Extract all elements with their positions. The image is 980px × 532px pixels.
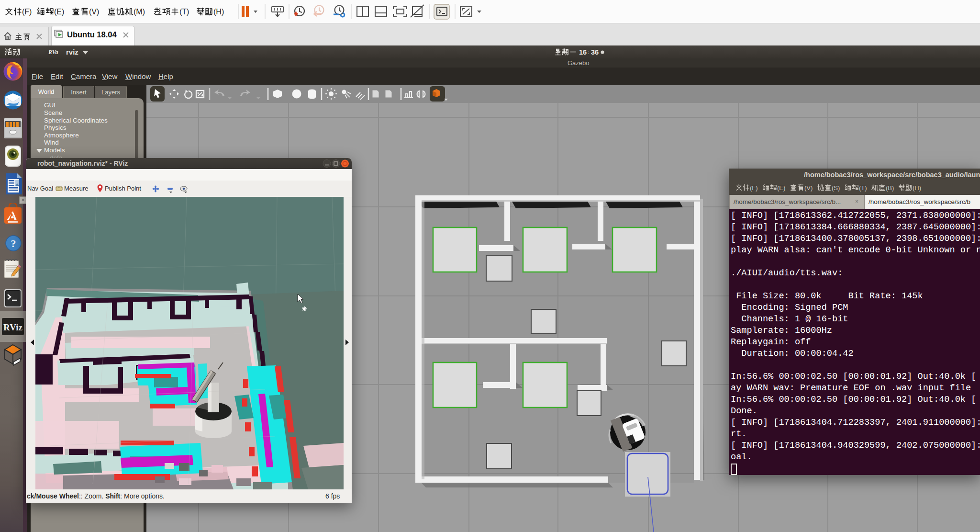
svg-text:(F): (F) bbox=[750, 184, 758, 192]
svg-text:(T): (T) bbox=[179, 8, 189, 16]
svg-text:(B): (B) bbox=[886, 184, 894, 192]
svg-text:RVa: RVa bbox=[48, 49, 58, 56]
svg-text:(M): (M) bbox=[134, 8, 145, 16]
svg-text:(V): (V) bbox=[89, 8, 99, 16]
svg-text:(V): (V) bbox=[804, 184, 813, 192]
svg-text:(S): (S) bbox=[832, 184, 840, 192]
svg-text:(H): (H) bbox=[213, 8, 224, 16]
svg-text:(E): (E) bbox=[777, 184, 785, 192]
svg-text:Ubuntu 18.04: Ubuntu 18.04 bbox=[67, 30, 117, 39]
svg-text:(E): (E) bbox=[54, 8, 64, 16]
svg-text:(F): (F) bbox=[22, 8, 32, 16]
svg-text:rviz: rviz bbox=[66, 48, 78, 56]
svg-text:?: ? bbox=[11, 238, 16, 249]
svg-text::: : bbox=[588, 49, 589, 56]
svg-text:RViz: RViz bbox=[3, 322, 22, 332]
svg-text:(T): (T) bbox=[859, 184, 867, 192]
svg-text:16: 16 bbox=[579, 48, 587, 56]
svg-text:(H): (H) bbox=[913, 184, 921, 192]
svg-text:36: 36 bbox=[591, 48, 599, 56]
